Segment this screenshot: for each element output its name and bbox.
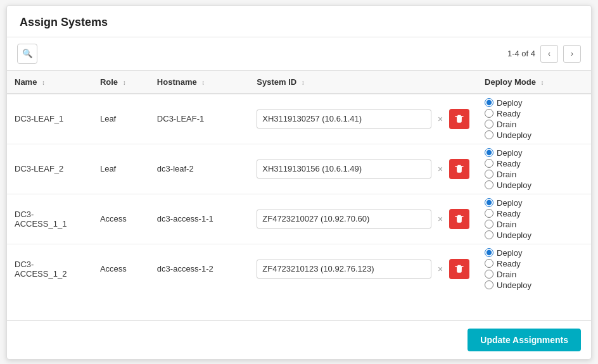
radio-label-drain-3[interactable]: Drain	[485, 270, 583, 279]
search-button[interactable]: 🔍	[17, 44, 37, 64]
radio-label-ready-3[interactable]: Ready	[485, 259, 583, 268]
table-row: DC3-LEAF_2Leafdc3-leaf-2×DeployReadyDrai…	[7, 144, 591, 194]
systems-table: Name ↕ Role ↕ Hostname ↕ System ID ↕ Dep…	[7, 71, 591, 294]
radio-text-deploy-1: Deploy	[497, 148, 522, 158]
modal-title: Assign Systems	[20, 16, 108, 28]
radio-drain-0[interactable]	[485, 120, 493, 129]
radio-text-undeploy-3: Undeploy	[497, 280, 531, 290]
radio-label-ready-0[interactable]: Ready	[485, 109, 583, 118]
radio-text-deploy-3: Deploy	[497, 248, 522, 258]
system-id-input-1[interactable]	[257, 160, 431, 179]
radio-text-ready-3: Ready	[497, 259, 521, 268]
system-id-input-0[interactable]	[257, 110, 431, 129]
col-header-hostname: Hostname ↕	[150, 71, 249, 94]
radio-text-ready-1: Ready	[497, 159, 521, 168]
search-icon: 🔍	[22, 49, 33, 58]
sort-icon-role: ↕	[123, 79, 126, 86]
prev-page-button[interactable]: ‹	[540, 45, 558, 63]
update-assignments-button[interactable]: Update Assignments	[468, 329, 581, 351]
toolbar: 🔍 1-4 of 4 ‹ ›	[7, 37, 591, 71]
chevron-left-icon: ‹	[548, 49, 550, 58]
next-page-button[interactable]: ›	[563, 45, 581, 63]
system-id-input-2[interactable]	[257, 210, 431, 229]
radio-label-deploy-0[interactable]: Deploy	[485, 98, 583, 108]
cell-hostname-3: dc3-access-1-2	[150, 244, 249, 294]
system-id-input-3[interactable]	[257, 260, 431, 279]
radio-label-undeploy-2[interactable]: Undeploy	[485, 230, 583, 240]
cell-name-1: DC3-LEAF_2	[7, 144, 92, 194]
radio-text-undeploy-2: Undeploy	[497, 230, 531, 240]
table-row: DC3-ACCESS_1_2Accessdc3-access-1-2×Deplo…	[7, 244, 591, 294]
cell-hostname-1: dc3-leaf-2	[150, 144, 249, 194]
sort-icon-system-id: ↕	[302, 79, 305, 86]
chevron-right-icon: ›	[571, 49, 573, 58]
radio-deploy-2[interactable]	[485, 198, 493, 207]
cell-name-3: DC3-ACCESS_1_2	[7, 244, 92, 294]
table-container: Name ↕ Role ↕ Hostname ↕ System ID ↕ Dep…	[7, 71, 591, 320]
radio-ready-0[interactable]	[485, 109, 493, 118]
cell-system-id-0: ×	[249, 94, 477, 144]
cell-role-1: Leaf	[92, 144, 150, 194]
radio-deploy-0[interactable]	[485, 98, 493, 107]
clear-system-id-button-2[interactable]: ×	[435, 213, 445, 225]
clear-system-id-button-3[interactable]: ×	[435, 263, 445, 275]
radio-label-drain-1[interactable]: Drain	[485, 170, 583, 179]
radio-label-deploy-1[interactable]: Deploy	[485, 148, 583, 158]
cell-role-2: Access	[92, 194, 150, 244]
assign-systems-modal: Assign Systems 🔍 1-4 of 4 ‹ › Name ↕	[6, 5, 592, 360]
table-row: DC3-ACCESS_1_1Accessdc3-access-1-1×Deplo…	[7, 194, 591, 244]
radio-undeploy-3[interactable]	[485, 280, 493, 289]
radio-ready-1[interactable]	[485, 159, 493, 168]
radio-label-undeploy-0[interactable]: Undeploy	[485, 130, 583, 140]
delete-row-button-3[interactable]	[449, 259, 469, 279]
radio-ready-3[interactable]	[485, 259, 493, 268]
radio-label-drain-0[interactable]: Drain	[485, 120, 583, 129]
delete-row-button-2[interactable]	[449, 209, 469, 229]
radio-deploy-3[interactable]	[485, 248, 493, 257]
radio-text-drain-2: Drain	[497, 220, 516, 229]
radio-label-deploy-3[interactable]: Deploy	[485, 248, 583, 258]
clear-system-id-button-0[interactable]: ×	[435, 113, 445, 125]
sort-icon-deploy-mode: ↕	[541, 79, 544, 86]
col-header-role: Role ↕	[92, 71, 150, 94]
cell-system-id-2: ×	[249, 194, 477, 244]
radio-text-drain-0: Drain	[497, 120, 516, 129]
radio-text-undeploy-0: Undeploy	[497, 130, 531, 140]
cell-role-0: Leaf	[92, 94, 150, 144]
table-row: DC3-LEAF_1LeafDC3-LEAF-1×DeployReadyDrai…	[7, 94, 591, 144]
radio-text-drain-3: Drain	[497, 270, 516, 279]
radio-label-undeploy-3[interactable]: Undeploy	[485, 280, 583, 290]
radio-undeploy-1[interactable]	[485, 180, 493, 189]
radio-deploy-1[interactable]	[485, 148, 493, 157]
radio-text-deploy-2: Deploy	[497, 198, 522, 208]
cell-name-0: DC3-LEAF_1	[7, 94, 92, 144]
delete-row-button-1[interactable]	[449, 159, 469, 179]
modal-header: Assign Systems	[7, 6, 591, 37]
cell-name-2: DC3-ACCESS_1_1	[7, 194, 92, 244]
radio-undeploy-0[interactable]	[485, 130, 493, 139]
col-header-name: Name ↕	[7, 71, 92, 94]
radio-text-undeploy-1: Undeploy	[497, 180, 531, 190]
radio-label-drain-2[interactable]: Drain	[485, 220, 583, 229]
radio-undeploy-2[interactable]	[485, 230, 493, 239]
cell-deploy-mode-3: DeployReadyDrainUndeploy	[477, 244, 591, 294]
cell-system-id-3: ×	[249, 244, 477, 294]
cell-hostname-2: dc3-access-1-1	[150, 194, 249, 244]
radio-drain-2[interactable]	[485, 220, 493, 229]
col-header-deploy-mode: Deploy Mode ↕	[477, 71, 591, 94]
radio-ready-2[interactable]	[485, 209, 493, 218]
radio-label-deploy-2[interactable]: Deploy	[485, 198, 583, 208]
radio-label-ready-1[interactable]: Ready	[485, 159, 583, 168]
radio-label-undeploy-1[interactable]: Undeploy	[485, 180, 583, 190]
radio-drain-1[interactable]	[485, 170, 493, 179]
radio-text-ready-2: Ready	[497, 209, 521, 218]
col-header-system-id: System ID ↕	[249, 71, 477, 94]
cell-deploy-mode-2: DeployReadyDrainUndeploy	[477, 194, 591, 244]
radio-text-deploy-0: Deploy	[497, 98, 522, 108]
radio-label-ready-2[interactable]: Ready	[485, 209, 583, 218]
pagination: 1-4 of 4 ‹ ›	[507, 45, 581, 63]
clear-system-id-button-1[interactable]: ×	[435, 163, 445, 175]
delete-row-button-0[interactable]	[449, 109, 469, 129]
cell-hostname-0: DC3-LEAF-1	[150, 94, 249, 144]
radio-drain-3[interactable]	[485, 270, 493, 279]
